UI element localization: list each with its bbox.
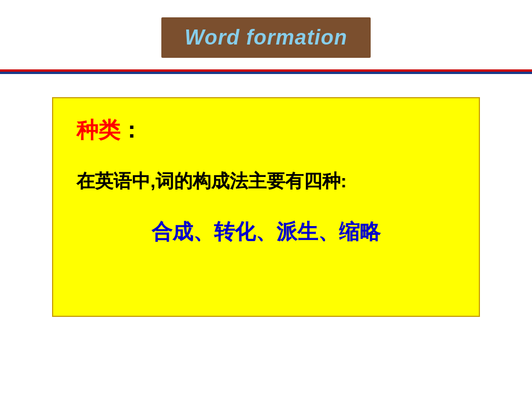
- yellow-box: 种类： 在英语中,词的构成法主要有四种: 合成、转化、派生、缩略: [52, 97, 480, 317]
- category-chinese-text: 种类: [76, 118, 120, 142]
- description-text: 在英语中,词的构成法主要有四种:: [76, 168, 456, 194]
- category-colon: ：: [120, 118, 142, 142]
- types-text: 合成、转化、派生、缩略: [76, 217, 456, 246]
- title-box: Word formation: [161, 17, 370, 58]
- main-content: 种类： 在英语中,词的构成法主要有四种: 合成、转化、派生、缩略: [0, 80, 532, 334]
- divider-blue: [0, 72, 532, 74]
- category-label: 种类：: [76, 116, 456, 145]
- header-section: Word formation: [0, 0, 532, 69]
- divider-container: [0, 69, 532, 74]
- page-title: Word formation: [184, 25, 347, 49]
